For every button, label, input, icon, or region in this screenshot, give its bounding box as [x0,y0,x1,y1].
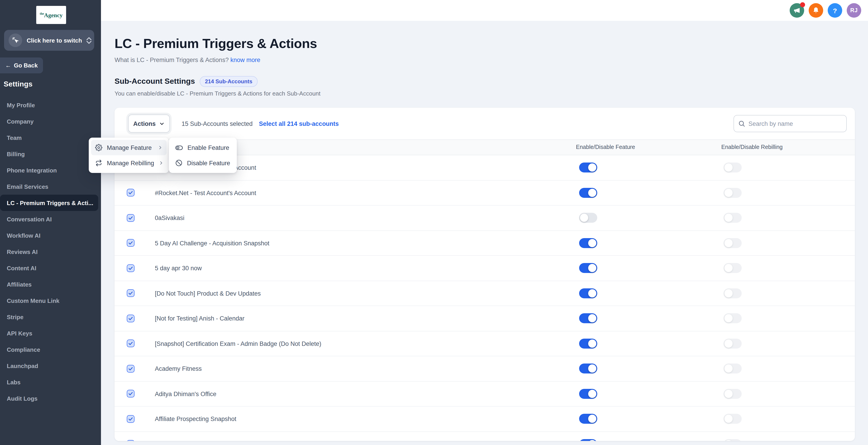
know-more-link[interactable]: know more [230,57,260,63]
table-row: Affiliate Prospecting Snapshot [115,407,855,432]
sidebar-section-title: Settings [4,80,33,88]
rebilling-toggle[interactable] [723,213,742,223]
feature-toggle[interactable] [579,339,597,349]
feature-toggle[interactable] [579,288,597,298]
sidebar-item[interactable]: Custom Menu Link [0,292,98,309]
sidebar-item[interactable]: API Keys [0,325,98,341]
table-toolbar: Actions 15 Sub-Accounts selected Select … [115,108,855,139]
row-checkbox[interactable] [127,239,134,247]
menu-item-label: Disable Feature [187,160,230,166]
sidebar-item[interactable]: Reviews AI [0,244,98,260]
row-checkbox[interactable] [127,390,134,398]
toggle-knob [724,264,733,272]
row-checkbox[interactable] [127,264,134,272]
subaccount-name: #Rocket.Net - Test Account's Account [155,181,256,205]
toggle-knob [724,440,733,441]
notifications-button[interactable] [809,3,823,18]
subaccount-name: Academy Fitness [155,356,202,381]
rebilling-toggle[interactable] [723,389,742,399]
check-icon [128,416,133,421]
row-checkbox[interactable] [127,415,134,423]
section-title: Sub-Account Settings [115,77,195,86]
feature-toggle[interactable] [579,389,597,399]
actions-menu: Manage Feature Manage Rebilling [89,138,169,173]
feature-toggle[interactable] [579,439,597,441]
menu-item-manage-feature[interactable]: Manage Feature [91,140,167,155]
feature-toggle[interactable] [579,213,597,223]
check-icon [128,190,133,195]
toggle-knob [580,214,588,222]
page-subtitle: What is LC - Premium Triggers & Actions?… [115,56,868,64]
rebilling-toggle[interactable] [723,188,742,198]
table-row: Academy Fitness [115,356,855,381]
feature-toggle[interactable] [579,364,597,374]
row-checkbox[interactable] [127,340,134,347]
sidebar-item[interactable]: Email Services [0,178,98,195]
sidebar-item[interactable]: Compliance [0,341,98,358]
chevron-right-icon [159,160,164,166]
sidebar-item[interactable]: Workflow AI [0,227,98,244]
main-content: LC - Premium Triggers & Actions What is … [101,21,868,445]
select-all-link[interactable]: Select all 214 sub-accounts [259,120,339,127]
actions-dropdown-button[interactable]: Actions [128,115,170,133]
check-icon [128,266,133,271]
toggle-knob [588,264,596,272]
toggle-knob [724,164,733,172]
table-row: [Not for Testing] Anish - Calendar [115,306,855,331]
sidebar-item[interactable]: Billing [0,146,98,162]
page-title: LC - Premium Triggers & Actions [115,34,868,53]
menu-item-manage-rebilling[interactable]: Manage Rebilling [91,155,167,171]
sidebar-item[interactable]: My Profile [0,97,98,113]
avatar-initials: RJ [850,7,858,13]
rebilling-toggle[interactable] [723,263,742,273]
rebilling-toggle[interactable] [723,314,742,323]
avatar[interactable]: RJ [847,3,861,18]
rebilling-toggle[interactable] [723,238,742,248]
rebilling-toggle[interactable] [723,364,742,374]
rebilling-toggle[interactable] [723,163,742,173]
row-checkbox[interactable] [127,315,134,322]
check-icon [128,341,133,346]
sidebar-item[interactable]: Launchpad [0,358,98,374]
row-checkbox[interactable] [127,289,134,297]
table-row: Aditya Dhiman's Office [115,381,855,407]
check-icon [128,316,133,321]
feature-toggle[interactable] [579,238,597,248]
sidebar-item[interactable]: Company [0,113,98,129]
sidebar-item[interactable]: Conversation AI [0,211,98,227]
search-input[interactable] [734,115,847,132]
sidebar-item[interactable]: Phone Integration [0,162,98,178]
sidebar-item[interactable]: Audit Logs [0,390,98,407]
section-heading-row: Sub-Account Settings 214 Sub-Accounts [115,76,868,87]
sidebar-item[interactable]: LC - Premium Triggers & Acti... [0,195,98,211]
row-checkbox[interactable] [127,440,134,441]
sidebar-item[interactable]: Labs [0,374,98,390]
app-root: theAgency Click here to switch ← Go Back… [0,0,868,445]
menu-item-enable-feature[interactable]: Enable Feature [171,140,235,155]
rebilling-toggle[interactable] [723,439,742,441]
sidebar-item[interactable]: Stripe [0,309,98,325]
row-checkbox[interactable] [127,189,134,197]
toggle-knob [724,189,733,197]
row-checkbox[interactable] [127,365,134,373]
menu-item-disable-feature[interactable]: Disable Feature [171,155,235,171]
feature-toggle[interactable] [579,263,597,273]
sidebar-item[interactable]: Content AI [0,260,98,276]
rebilling-toggle[interactable] [723,288,742,298]
feature-toggle[interactable] [579,163,597,173]
feature-toggle[interactable] [579,414,597,424]
rebilling-toggle[interactable] [723,339,742,349]
row-checkbox[interactable] [127,214,134,222]
help-button[interactable]: ? [828,3,842,18]
sidebar-item[interactable]: Affiliates [0,276,98,292]
announcements-button[interactable] [790,3,804,18]
sidebar-item[interactable]: Team [0,129,98,146]
rebilling-toggle[interactable] [723,414,742,424]
feature-toggle[interactable] [579,314,597,323]
subaccount-name: Affiliate Prospecting Snapshot [155,407,236,432]
account-switcher-button[interactable]: Click here to switch [4,30,94,51]
section-description: You can enable/disable LC - Premium Trig… [115,90,868,97]
sidebar: theAgency Click here to switch ← Go Back… [0,0,101,445]
go-back-button[interactable]: ← Go Back [0,58,43,73]
feature-toggle[interactable] [579,188,597,198]
